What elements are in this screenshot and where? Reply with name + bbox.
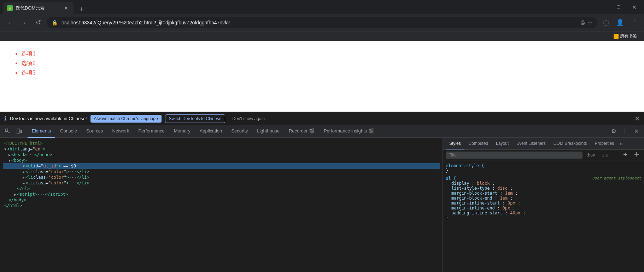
styles-filter-input[interactable] [446,152,582,159]
tab-elements[interactable]: Elements [28,125,55,138]
tab-application[interactable]: Application [195,125,227,138]
bookmark-all[interactable]: 所有书签 [611,32,640,40]
banner-close-button[interactable]: ✕ [634,115,640,123]
tab-performance-insights[interactable]: Performance insights 🎬 [320,125,378,138]
li2-expand-arrow[interactable]: ▶ [23,176,25,179]
ul-selector-line: ul { user agent stylesheet [446,176,641,181]
padding-inline-start-value: 40px [510,211,520,215]
styles-content: element.style { } ul { user agent styles… [443,160,644,272]
toggle-property-button[interactable] [632,151,641,159]
style-display-line: display : block ; [446,181,641,186]
tab-network[interactable]: Network [108,125,134,138]
tab-memory[interactable]: Memory [170,125,195,138]
script-expand-arrow[interactable]: ▶ [14,193,16,196]
chrome-menu-button[interactable]: ⋮ [628,17,640,28]
new-style-rule-button[interactable] [621,151,630,159]
switch-to-chinese-button[interactable]: Switch DevTools to Chinese [165,114,226,123]
dom-li-1[interactable]: ▶ <li class="color" > ··· </li> [3,169,440,175]
element-style-rule: element.style { } [446,163,641,173]
dom-li-3[interactable]: ▶ <li class="color" > ··· </li> [3,180,440,186]
devtools-language-banner: ℹ DevTools is now available in Chinese! … [0,112,644,125]
styles-filter-row: :hov .cls + [443,150,644,160]
devtools-panel: Elements Console Sources Network Perform… [0,125,644,272]
list-style-type-prop: list-style-type [451,186,490,191]
new-tab-button[interactable]: + [76,4,86,14]
close-window-button[interactable]: ✕ [627,2,641,12]
element-style-close-line: } [446,168,641,173]
devtools-main-content: <!DOCTYPE html> ▼ <html lang="en" > ▶ <h… [0,138,644,272]
styles-tab-bar: Styles Computed Layout Event Listeners D… [443,138,644,150]
match-language-button[interactable]: Always match Chrome's language [90,115,162,123]
dom-ul-close: </ul> [3,186,440,191]
tab-console[interactable]: Console [56,125,81,138]
bookmark-icon[interactable]: ☆ [587,19,592,26]
list-style-type-value: disc [497,186,508,191]
display-prop: display [451,181,469,186]
dom-li-2[interactable]: ▶ <li class="color" > ··· </li> [3,175,440,180]
address-bar[interactable]: 🔒 localhost:63342/jQuery/29.%20each2.htm… [47,17,597,28]
head-expand-arrow[interactable]: ▶ [8,153,11,157]
margin-inline-end-prop: margin-inline-end [451,206,495,211]
html-expand-arrow[interactable]: ▼ [4,147,6,151]
styles-panel: Styles Computed Layout Event Listeners D… [443,138,644,272]
element-style-selector: element.style { [446,163,484,168]
tab-title: 迭代DOM元素 [16,5,60,11]
list-item-1: 选项1 [21,50,630,58]
margin-inline-end-value: 0px [503,206,510,211]
cls-button[interactable]: .cls [599,152,610,158]
profile-button[interactable]: 👤 [614,17,626,28]
element-picker-button[interactable] [3,126,13,136]
styles-tab-event-listeners[interactable]: Event Listeners [513,138,549,150]
dom-body[interactable]: ▼ <body> [3,158,440,163]
body-expand-arrow[interactable]: ▼ [8,159,11,162]
window-controls: − □ ✕ [596,2,641,12]
style-margin-block-start-line: margin-block-start : 1em ; [446,191,641,196]
svg-rect-5 [625,153,626,156]
margin-inline-start-value: 0px [508,201,515,206]
dom-head[interactable]: ▶ <head> ··· </head> [3,152,440,158]
devtools-close-button[interactable]: ✕ [631,126,641,136]
tab-close-button[interactable]: ✕ [63,5,69,11]
forward-button[interactable]: › [18,17,30,28]
dom-panel: <!DOCTYPE html> ▼ <html lang="en" > ▶ <h… [0,138,443,272]
dom-script[interactable]: ▶ <script> ··· </script> [3,191,440,197]
ul-expand-arrow[interactable]: ▼ [23,164,25,168]
devtools-right-icons: ⚙ ⋮ ✕ [609,126,641,136]
tab-lighthouse[interactable]: Lighthouse [253,125,284,138]
ul-close-line: } [446,215,641,220]
element-style-close: } [446,168,448,173]
reload-button[interactable]: ↺ [33,17,44,28]
extensions-button[interactable]: ⬚ [600,17,611,28]
display-value: block [477,181,490,186]
tab-security[interactable]: Security [227,125,252,138]
tab-favicon: ⚡ [7,5,13,11]
styles-tab-properties[interactable]: Properties [591,138,618,150]
back-button[interactable]: ‹ [4,17,16,28]
minimize-button[interactable]: − [596,2,610,12]
tab-performance[interactable]: Performance [134,125,169,138]
active-tab[interactable]: ⚡ 迭代DOM元素 ✕ [3,2,74,14]
share-icon[interactable]: ⎙ [581,19,585,26]
add-style-button[interactable]: + [612,152,619,158]
tab-sources[interactable]: Sources [82,125,107,138]
dom-html[interactable]: ▼ <html lang="en" > [3,146,440,152]
device-toolbar-button[interactable] [14,126,24,136]
li3-expand-arrow[interactable]: ▶ [23,181,25,185]
svg-rect-0 [5,129,8,131]
dont-show-again-button[interactable]: Don't show again [229,115,268,123]
styles-tab-computed[interactable]: Computed [465,138,492,150]
dom-doctype: <!DOCTYPE html> [3,141,440,146]
devtools-more-button[interactable]: ⋮ [620,126,630,136]
styles-tab-dom-breakpoints[interactable]: DOM Breakpoints [550,138,591,150]
styles-tab-styles[interactable]: Styles [446,138,464,150]
hov-button[interactable]: :hov [585,152,597,158]
tab-recorder[interactable]: Recorder 🎬 [285,125,319,138]
dom-ul[interactable]: ··· ▼ <ul id="ul_id" > == $0 [3,163,440,169]
devtools-settings-button[interactable]: ⚙ [609,126,619,136]
maximize-button[interactable]: □ [611,2,626,12]
ul-style-rule: ul { user agent stylesheet display : blo… [446,176,641,220]
styles-tab-layout[interactable]: Layout [492,138,512,150]
styles-tab-more[interactable]: » [618,141,624,147]
devtools-icon-buttons [3,126,24,136]
li1-expand-arrow[interactable]: ▶ [23,170,25,174]
